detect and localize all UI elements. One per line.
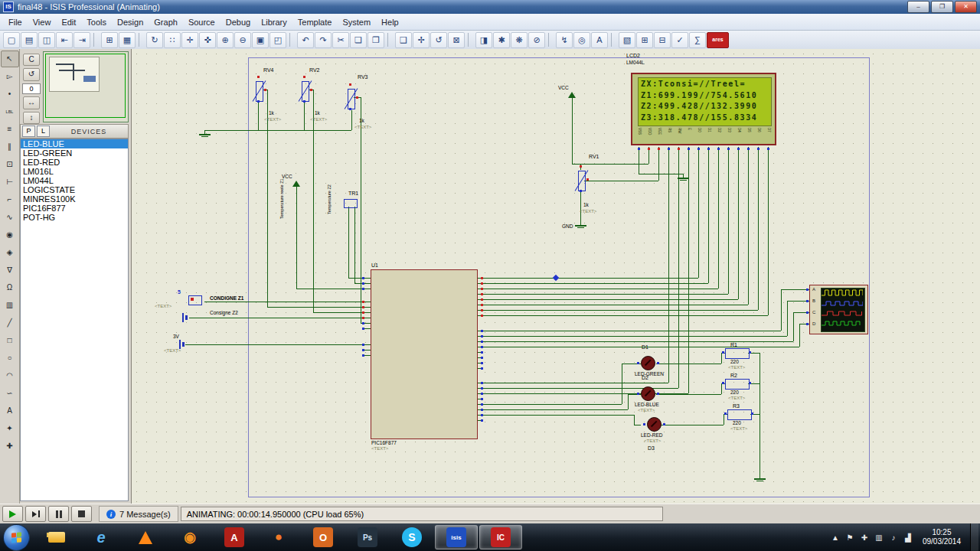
rotation-angle[interactable]: 0 xyxy=(22,83,41,94)
overview-window[interactable] xyxy=(43,51,129,122)
mark-output-area[interactable]: ▦ xyxy=(119,32,136,48)
volume-icon[interactable]: ♪ xyxy=(888,533,899,542)
export-section[interactable]: ⇥ xyxy=(74,32,90,48)
menu-graph[interactable]: Graph xyxy=(149,16,183,28)
zoom-out[interactable]: ⊖ xyxy=(234,32,251,48)
print-design[interactable]: ⊞ xyxy=(101,32,118,48)
menu-edit[interactable]: Edit xyxy=(56,16,81,28)
device-item-led-red[interactable]: LED-RED xyxy=(21,158,128,167)
2d-box-mode[interactable]: □ xyxy=(1,332,19,349)
library-button[interactable]: L xyxy=(37,126,50,137)
import-section[interactable]: ⇤ xyxy=(56,32,73,48)
menu-design[interactable]: Design xyxy=(112,16,149,28)
logic-box[interactable] xyxy=(188,295,202,305)
bus-mode[interactable]: ∥ xyxy=(1,139,19,155)
2d-marker-mode[interactable]: ✚ xyxy=(1,438,19,455)
2d-arc-mode[interactable]: ◠ xyxy=(1,367,19,384)
taskbar-app-internet-explorer[interactable]: e xyxy=(80,525,122,549)
menu-view[interactable]: View xyxy=(28,16,57,28)
device-item-pot-hg[interactable]: POT-HG xyxy=(21,213,128,222)
device-item-pic16f877[interactable]: PIC16F877 xyxy=(21,204,128,213)
virtual-instrument-mode[interactable]: ▥ xyxy=(1,297,19,314)
device-item-led-blue[interactable]: LED-BLUE xyxy=(21,139,128,148)
taskbar-app-office-app[interactable]: O xyxy=(302,525,345,549)
bill-of-materials[interactable]: ∑ xyxy=(689,32,706,48)
led[interactable] xyxy=(641,356,655,370)
2d-symbol-mode[interactable]: ✦ xyxy=(1,420,19,437)
component-mode[interactable]: ▻ xyxy=(1,68,19,85)
rotate-clockwise[interactable]: C xyxy=(23,54,40,66)
block-copy[interactable]: ❑ xyxy=(395,32,412,48)
menu-template[interactable]: Template xyxy=(292,16,338,28)
taskbar-app-windows-explorer[interactable] xyxy=(35,525,78,549)
taskbar-app-adobe-reader[interactable]: A xyxy=(213,525,256,549)
2d-path-mode[interactable]: ∽ xyxy=(1,385,19,402)
toggle-false-origin[interactable]: ✛ xyxy=(181,32,198,48)
2d-text-mode[interactable]: A xyxy=(1,403,19,419)
rotate-anticlockwise[interactable]: ↺ xyxy=(23,68,40,80)
block-rotate[interactable]: ↺ xyxy=(430,32,447,48)
health-icon[interactable]: ✚ xyxy=(859,533,870,542)
message-counter[interactable]: i 7 Message(s) xyxy=(99,506,178,522)
hidden-icons-button[interactable]: ▲ xyxy=(830,533,841,542)
led[interactable] xyxy=(647,417,662,432)
current-probe-mode[interactable]: Ω xyxy=(1,279,19,296)
zoom-in[interactable]: ⊕ xyxy=(217,32,234,48)
center-at-cursor[interactable]: ✜ xyxy=(199,32,216,48)
minimize-button[interactable]: – xyxy=(907,1,929,13)
zoom-all[interactable]: ▣ xyxy=(252,32,269,48)
zoom-area[interactable]: ◰ xyxy=(270,32,286,48)
lcd-display[interactable]: ZX:Tconsi=//Treel=Z1:699.199//754.5610Z2… xyxy=(631,73,776,145)
decompose[interactable]: ⊘ xyxy=(528,32,545,48)
taskbar-app-isis-professional[interactable]: isis xyxy=(435,525,478,549)
block-delete[interactable]: ⊠ xyxy=(448,32,465,48)
pause-button[interactable] xyxy=(48,506,69,522)
potentiometer[interactable] xyxy=(300,80,311,103)
taskbar-app-vlc-player[interactable] xyxy=(124,525,167,549)
wire-label-mode[interactable]: LBL xyxy=(1,103,19,120)
menu-file[interactable]: File xyxy=(3,16,28,28)
block-move[interactable]: ✢ xyxy=(413,32,430,48)
property-assignment[interactable]: A xyxy=(591,32,608,48)
led[interactable] xyxy=(641,386,655,401)
potentiometer[interactable] xyxy=(346,87,357,110)
design-explorer[interactable]: ▧ xyxy=(619,32,635,48)
logic-box[interactable] xyxy=(344,199,358,208)
toggle-grid[interactable]: ∷ xyxy=(164,32,181,48)
device-item-logicstate[interactable]: LOGICSTATE xyxy=(21,185,128,194)
pick-parts-button[interactable]: P xyxy=(22,126,35,137)
start-button[interactable] xyxy=(3,524,30,551)
remove-sheet[interactable]: ⊟ xyxy=(654,32,671,48)
redraw-display[interactable]: ↻ xyxy=(146,32,163,48)
menu-library[interactable]: Library xyxy=(256,16,292,28)
device-item-minres100k[interactable]: MINRES100K xyxy=(21,194,128,204)
oscilloscope-display[interactable]: ABCD xyxy=(809,285,868,334)
taskbar-app-firefox[interactable]: ● xyxy=(257,525,300,549)
network-icon[interactable]: ▟ xyxy=(903,533,913,542)
action-center-icon[interactable]: ⚑ xyxy=(844,533,855,542)
pick-device[interactable]: ◨ xyxy=(475,32,492,48)
electrical-check[interactable]: ✓ xyxy=(671,32,688,48)
junction-dot-mode[interactable]: • xyxy=(1,86,19,103)
stop-button[interactable] xyxy=(71,506,92,522)
resistor[interactable] xyxy=(725,348,750,359)
undo[interactable]: ↶ xyxy=(297,32,314,48)
new-sheet[interactable]: ⊞ xyxy=(636,32,653,48)
make-device[interactable]: ✱ xyxy=(493,32,510,48)
open-design[interactable]: ▤ xyxy=(21,32,38,48)
generator-mode[interactable]: ◈ xyxy=(1,244,19,261)
subcircuit-mode[interactable]: ⊡ xyxy=(1,156,19,173)
cut[interactable]: ✂ xyxy=(332,32,349,48)
menu-system[interactable]: System xyxy=(337,16,376,28)
taskbar-clock[interactable]: 10:25 09/03/2014 xyxy=(918,528,965,546)
close-button[interactable]: ✕ xyxy=(955,1,977,13)
voltage-probe-mode[interactable]: ∇ xyxy=(1,262,19,279)
menu-debug[interactable]: Debug xyxy=(220,16,256,28)
device-pin-mode[interactable]: ⌐ xyxy=(1,191,19,208)
potentiometer[interactable] xyxy=(577,169,587,192)
mirror-vertical[interactable]: ↕ xyxy=(23,112,40,124)
wire-autorouter[interactable]: ↯ xyxy=(556,32,573,48)
2d-circle-mode[interactable]: ○ xyxy=(1,350,19,367)
step-button[interactable] xyxy=(25,506,46,522)
display-icon[interactable]: ▥ xyxy=(874,533,884,542)
